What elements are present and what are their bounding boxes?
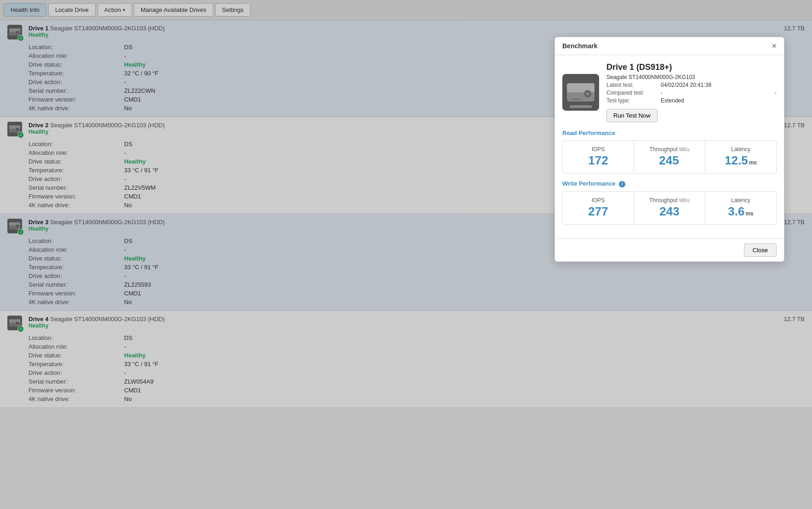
read-performance-table: IOPS 172 Throughput MB/s 245 (562, 140, 777, 174)
latest-test-label: Latest test: (606, 82, 657, 88)
bench-drive-details: Drive 1 (DS918+) Seagate ST14000NM000G-2… (606, 62, 766, 122)
bench-drive-icon (562, 74, 599, 111)
read-throughput-cell: Throughput MB/s 245 (634, 141, 705, 173)
read-throughput-label: Throughput MB/s (638, 146, 701, 153)
write-iops-label: IOPS (566, 197, 630, 204)
latest-test-value: 04/02/2024 20:41:38 (661, 82, 711, 88)
read-throughput-value: 245 (638, 153, 701, 168)
write-latency-label: Latency (709, 197, 772, 204)
hdd-connector (570, 105, 592, 108)
bench-compared-test-row: Compared test: - (606, 90, 766, 96)
compared-test-label: Compared test: (606, 90, 657, 96)
benchmark-header: Benchmark × (555, 37, 784, 55)
write-throughput-label: Throughput MB/s (638, 197, 701, 204)
read-iops-label: IOPS (566, 146, 630, 153)
svg-rect-17 (567, 83, 595, 92)
benchmark-body: Drive 1 (DS918+) Seagate ST14000NM000G-2… (555, 55, 784, 238)
write-latency-value: 3.6ms (709, 204, 772, 219)
write-iops-cell: IOPS 277 (563, 192, 634, 224)
write-throughput-cell: Throughput MB/s 243 (634, 192, 705, 224)
read-performance-title: Read Performance (562, 130, 777, 136)
bench-next-arrow[interactable]: › (773, 87, 777, 98)
write-performance-info-icon[interactable]: i (619, 181, 625, 187)
write-performance-title: Write Performance i (562, 180, 777, 187)
read-latency-label: Latency (709, 146, 772, 153)
benchmark-close-button[interactable]: Close (744, 243, 777, 257)
write-latency-unit: ms (745, 210, 753, 217)
read-performance-section: Read Performance IOPS 172 Throughput MB/… (562, 130, 777, 174)
read-latency-cell: Latency 12.5ms (705, 141, 776, 173)
bench-test-type-row: Test type: Extended (606, 97, 766, 104)
svg-rect-20 (569, 98, 581, 100)
svg-point-19 (586, 92, 589, 95)
test-type-value: Extended (661, 97, 684, 104)
read-throughput-unit: MB/s (679, 147, 690, 152)
benchmark-footer: Close (555, 238, 784, 261)
compared-test-value: - (661, 90, 663, 96)
write-performance-section: Write Performance i IOPS 277 Throughput … (562, 180, 777, 225)
benchmark-overlay: Benchmark × Drive 1 (DS918+) (0, 0, 812, 408)
read-latency-unit: ms (749, 159, 757, 166)
write-throughput-unit: MB/s (679, 198, 690, 203)
benchmark-panel: Benchmark × Drive 1 (DS918+) (555, 37, 784, 262)
write-iops-value: 277 (566, 204, 630, 219)
write-latency-cell: Latency 3.6ms (705, 192, 776, 224)
bench-model-row: Seagate ST14000NM000G-2KG103 (606, 74, 766, 80)
read-iops-value: 172 (566, 153, 630, 168)
read-iops-cell: IOPS 172 (563, 141, 634, 173)
test-type-label: Test type: (606, 97, 657, 104)
bench-latest-test-row: Latest test: 04/02/2024 20:41:38 (606, 82, 766, 88)
bench-hdd-icon (565, 76, 597, 108)
benchmark-title: Benchmark (562, 42, 597, 50)
benchmark-drive-info: Drive 1 (DS918+) Seagate ST14000NM000G-2… (562, 62, 777, 122)
bench-drive-name: Drive 1 (DS918+) (606, 62, 766, 72)
run-test-now-button[interactable]: Run Test Now (606, 109, 658, 122)
write-performance-table: IOPS 277 Throughput MB/s 243 Latency (562, 191, 777, 225)
benchmark-close-x-button[interactable]: × (772, 42, 777, 50)
read-latency-value: 12.5ms (709, 153, 772, 168)
write-throughput-value: 243 (638, 204, 701, 219)
